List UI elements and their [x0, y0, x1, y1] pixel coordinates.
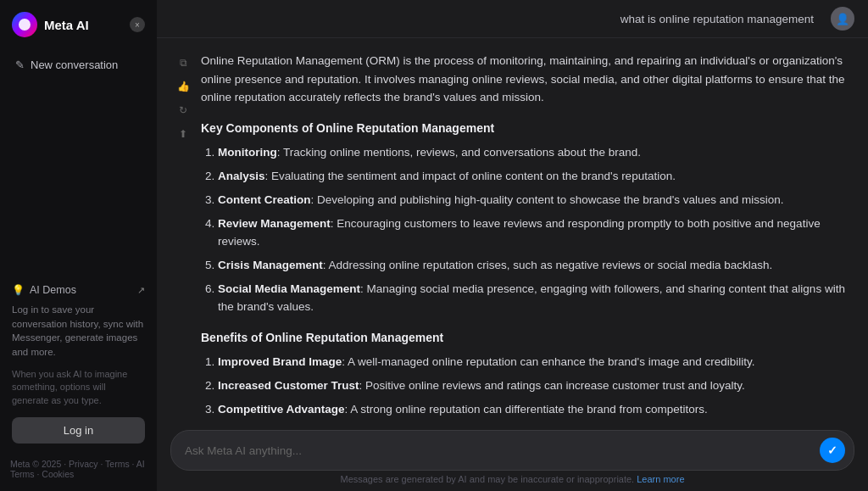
benefits-heading: Benefits of Online Reputation Management	[201, 328, 851, 347]
list-item: Review Management: Encouraging customers…	[218, 215, 851, 251]
learn-more-link[interactable]: Learn more	[637, 474, 684, 484]
ai-demos-when-text: When you ask AI to imagine something, op…	[12, 368, 145, 407]
list-item: Analysis: Evaluating the sentiment and i…	[218, 168, 851, 186]
message-body: Online Reputation Management (ORM) is th…	[201, 52, 851, 423]
list-item: Crisis Management: Addressing online rep…	[218, 257, 851, 275]
ai-demos-label: AI Demos	[30, 284, 76, 296]
ai-demos-section: 💡 AI Demos ↗ Log in to save your convers…	[8, 277, 148, 450]
list-item: Social Media Management: Managing social…	[218, 281, 851, 316]
intro-paragraph: Online Reputation Management (ORM) is th…	[201, 52, 851, 107]
send-button[interactable]: ✓	[820, 438, 845, 463]
message-action-bar: ⧉ 👍 ↻ ⬆	[174, 52, 192, 423]
logo-text: Meta AI	[44, 18, 89, 32]
edit-icon: ✎	[15, 59, 25, 71]
input-area: ✓ Messages are generated by AI and may b…	[157, 423, 868, 491]
sidebar-footer: Meta © 2025 · Privacy · Terms · AI Terms…	[8, 459, 148, 479]
footer-disclaimer: Messages are generated by AI and may be …	[170, 471, 854, 486]
footer-privacy-link[interactable]: Privacy	[69, 459, 97, 469]
ai-demos-arrow-icon: ↗	[137, 285, 145, 296]
chat-input[interactable]	[185, 444, 813, 457]
send-icon: ✓	[827, 444, 837, 457]
header-bar: what is online reputation management 👤	[157, 0, 868, 38]
new-conversation-button[interactable]: ✎ New conversation	[8, 53, 148, 77]
login-button[interactable]: Log in	[12, 417, 145, 444]
refresh-button[interactable]: ↻	[174, 101, 192, 120]
chat-area: ⧉ 👍 ↻ ⬆ Online Reputation Management (OR…	[157, 38, 868, 423]
list-item: Content Creation: Developing and publish…	[218, 192, 851, 209]
ai-message: ⧉ 👍 ↻ ⬆ Online Reputation Management (OR…	[174, 52, 851, 423]
list-item: Competitive Advantage: A strong online r…	[218, 401, 851, 419]
key-components-heading: Key Components of Online Reputation Mana…	[201, 119, 851, 137]
logo-icon	[12, 12, 37, 37]
share-button[interactable]: ⬆	[174, 125, 192, 143]
bulb-icon: 💡	[12, 284, 25, 296]
copy-button[interactable]: ⧉	[174, 53, 192, 72]
close-button[interactable]: ×	[130, 17, 145, 32]
sidebar: Meta AI × ✎ New conversation 💡 AI Demos …	[0, 0, 157, 491]
ai-demos-header: 💡 AI Demos ↗	[12, 284, 145, 296]
new-conversation-label: New conversation	[31, 59, 118, 71]
list-item: Improved Brand Image: A well-managed onl…	[218, 354, 851, 371]
input-container: ✓	[170, 430, 854, 471]
list-item: Increased Customer Trust: Positive onlin…	[218, 377, 851, 395]
thumbs-up-button[interactable]: 👍	[174, 77, 192, 96]
main-area: what is online reputation management 👤 ⧉…	[157, 0, 868, 491]
logo-area: Meta AI ×	[8, 12, 148, 37]
footer-cookies-link[interactable]: Cookies	[42, 469, 74, 479]
avatar-icon: 👤	[836, 13, 849, 25]
footer-copyright: Meta © 2025	[10, 459, 61, 469]
user-avatar: 👤	[831, 7, 854, 31]
disclaimer-text: Messages are generated by AI and may be …	[340, 474, 634, 484]
key-components-list: Monitoring: Tracking online mentions, re…	[201, 144, 851, 315]
benefits-list: Improved Brand Image: A well-managed onl…	[201, 354, 851, 423]
search-query-text: what is online reputation management	[170, 13, 822, 25]
footer-terms-link[interactable]: Terms	[105, 459, 130, 469]
ai-demos-description: Log in to save your conversation history…	[12, 303, 145, 360]
list-item: Monitoring: Tracking online mentions, re…	[218, 144, 851, 162]
